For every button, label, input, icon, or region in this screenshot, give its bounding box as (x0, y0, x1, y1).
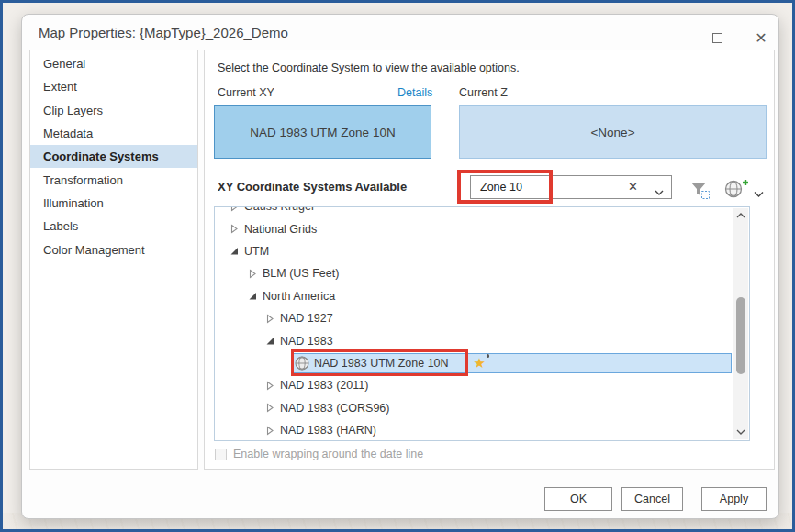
tree-row-nad-1927[interactable]: NAD 1927 (216, 307, 733, 329)
coordinate-systems-tree: Gauss KrugerNational GridsUTMBLM (US Fee… (214, 206, 750, 441)
sidebar-item-illumination[interactable]: Illumination (30, 192, 197, 215)
sidebar-item-transformation[interactable]: Transformation (30, 168, 197, 191)
collapse-arrow-icon[interactable] (229, 246, 241, 256)
collapse-arrow-icon[interactable] (247, 291, 259, 301)
coordinate-system-globe-icon (295, 356, 309, 371)
tree-row-nad-1983[interactable]: NAD 1983 (216, 329, 733, 351)
add-to-favorites-star-icon[interactable]: ★ (474, 356, 486, 370)
sidebar-item-coordinate-systems[interactable]: Coordinate Systems (30, 145, 197, 168)
tree-item-label: BLM (US Feet) (263, 267, 339, 280)
close-button[interactable]: ✕ (747, 28, 775, 48)
sidebar-item-metadata[interactable]: Metadata (30, 122, 197, 145)
tree-item-label: NAD 1983 (2011) (280, 379, 368, 392)
current-z-label: Current Z (459, 86, 508, 99)
scroll-up-icon[interactable] (733, 208, 748, 223)
tree-item-label: NAD 1983 (CORS96) (280, 402, 390, 415)
sidebar-item-general[interactable]: General (30, 52, 197, 75)
tree-row-utm[interactable]: UTM (216, 240, 733, 262)
ok-button[interactable]: OK (544, 487, 612, 511)
current-xy-value-box[interactable]: NAD 1983 UTM Zone 10N (214, 105, 431, 159)
scroll-down-icon[interactable] (733, 425, 748, 439)
clear-search-icon[interactable]: ✕ (628, 180, 638, 194)
tree-row-nad-1983-utm-zone-10n[interactable]: NAD 1983 UTM Zone 10N★ (216, 352, 733, 374)
tree-row-gauss-kruger[interactable]: Gauss Kruger (216, 207, 733, 217)
tree-item-label: Gauss Kruger (244, 207, 315, 213)
tree-row-national-grids[interactable]: National Grids (216, 217, 733, 239)
cancel-button[interactable]: Cancel (621, 487, 683, 511)
tree-row-nad-1983-2011-[interactable]: NAD 1983 (2011) (216, 374, 733, 396)
expand-arrow-icon[interactable] (264, 403, 276, 413)
add-coordinate-system-globe-icon[interactable] (724, 178, 748, 204)
tree-item-label: UTM (244, 245, 269, 258)
search-value: Zone 10 (471, 181, 671, 194)
filter-icon[interactable] (689, 181, 711, 205)
content-panel: Select the Coordinate System to view the… (204, 50, 775, 470)
expand-arrow-icon[interactable] (229, 224, 241, 234)
current-z-value-box[interactable]: <None> (459, 105, 767, 159)
tree-item-label: NAD 1983 (280, 335, 333, 348)
tree-item-label: North America (263, 290, 335, 303)
maximize-icon (712, 33, 722, 43)
expand-arrow-icon[interactable] (247, 269, 259, 279)
map-properties-dialog: Map Properties: {MapType}_2026_Demo ✕ Ge… (21, 14, 779, 519)
expand-arrow-icon[interactable] (264, 426, 276, 436)
xy-available-label: XY Coordinate Systems Available (218, 180, 407, 194)
tree-row-nad-1983-harn-[interactable]: NAD 1983 (HARN) (216, 419, 733, 439)
tree-row-blm-us-feet-[interactable]: BLM (US Feet) (216, 262, 733, 284)
apply-button[interactable]: Apply (701, 487, 767, 511)
details-link[interactable]: Details (398, 86, 431, 99)
tree-item-label: NAD 1927 (280, 312, 333, 325)
tree-row-nad-1983-cors96-[interactable]: NAD 1983 (CORS96) (216, 397, 733, 419)
sidebar: GeneralExtentClip LayersMetadataCoordina… (29, 50, 198, 470)
wrap-dateline-label: Enable wrapping around the date line (233, 448, 423, 460)
sidebar-item-extent[interactable]: Extent (30, 75, 197, 98)
wrap-dateline-checkbox[interactable]: Enable wrapping around the date line (215, 448, 423, 460)
maximize-button[interactable] (703, 28, 731, 48)
add-dropdown-chevron-icon[interactable] (754, 185, 764, 202)
sidebar-item-labels[interactable]: Labels (30, 215, 197, 238)
instruction-text: Select the Coordinate System to view the… (218, 61, 520, 74)
sidebar-item-clip-layers[interactable]: Clip Layers (30, 99, 197, 122)
collapse-arrow-icon[interactable] (264, 336, 276, 346)
tree-row-north-america[interactable]: North America (216, 285, 733, 307)
checkbox-icon (215, 449, 227, 460)
current-xy-label: Current XY (218, 86, 274, 99)
expand-arrow-icon[interactable] (264, 381, 276, 391)
expand-arrow-icon[interactable] (264, 314, 276, 324)
sidebar-item-color-management[interactable]: Color Management (30, 238, 197, 260)
screenshot-canvas: Map Properties: {MapType}_2026_Demo ✕ Ge… (0, 0, 795, 532)
scrollbar-thumb[interactable] (736, 297, 745, 374)
search-dropdown-chevron-icon[interactable] (655, 183, 664, 200)
tree-scrollbar[interactable] (733, 208, 748, 439)
search-input[interactable]: Zone 10 ✕ (470, 175, 672, 199)
tree-item-label: NAD 1983 UTM Zone 10N (314, 357, 449, 370)
tree-item-label: National Grids (244, 223, 317, 236)
tree-item-label: NAD 1983 (HARN) (280, 424, 376, 437)
dialog-title: Map Properties: {MapType}_2026_Demo (39, 25, 288, 40)
expand-arrow-icon[interactable] (229, 207, 241, 212)
